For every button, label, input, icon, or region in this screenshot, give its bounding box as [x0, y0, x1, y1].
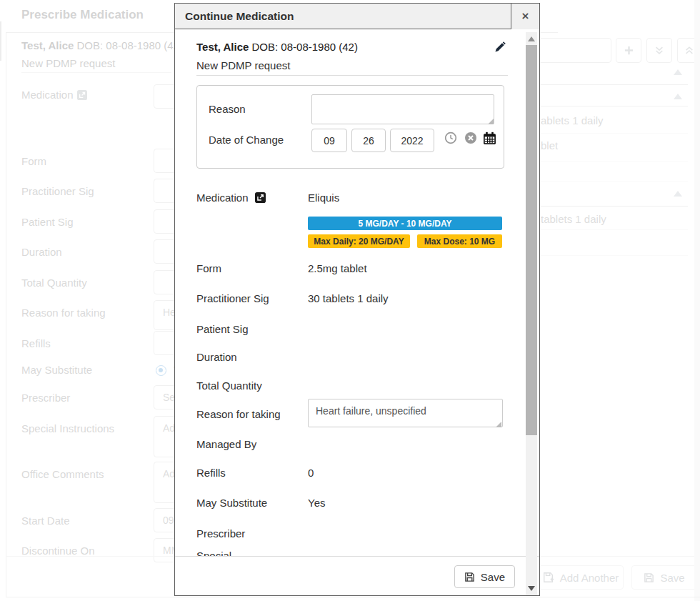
change-reason-box: Reason Date of Change: [196, 85, 504, 169]
edit-pencil-icon[interactable]: [494, 41, 506, 54]
patient-name: Test, Alice: [196, 41, 249, 53]
row-label-managed-by: Managed By: [196, 438, 256, 450]
row-label-total-quantity: Total Quantity: [196, 379, 262, 392]
row-value-form: 2.5mg tablet: [308, 262, 367, 274]
scroll-down-arrow[interactable]: [528, 586, 535, 591]
medication-value: Eliquis: [308, 192, 339, 204]
modal-footer: Save: [175, 556, 539, 595]
external-link-icon[interactable]: [255, 192, 266, 203]
modal-save-label: Save: [481, 571, 505, 583]
modal-save-button[interactable]: Save: [454, 565, 515, 588]
row-value-practitioner-sig: 30 tablets 1 daily: [308, 292, 389, 304]
date-year-input[interactable]: [390, 129, 434, 152]
row-label-refills: Refills: [196, 467, 226, 479]
scroll-up-arrow[interactable]: [528, 36, 535, 41]
row-value-may-substitute: Yes: [308, 497, 325, 509]
max-dose-badge: Max Dose: 10 MG: [417, 234, 502, 248]
date-of-change-label: Date of Change: [209, 134, 284, 146]
close-button[interactable]: ×: [511, 4, 539, 29]
modal-title: Continue Medication: [175, 10, 511, 23]
scrollbar-thumb[interactable]: [526, 45, 537, 435]
reason-label: Reason: [209, 103, 246, 115]
row-label-prescriber: Prescriber: [196, 527, 245, 540]
clear-date-icon[interactable]: [464, 131, 477, 144]
clock-icon[interactable]: [444, 131, 457, 144]
row-value-refills: 0: [308, 467, 314, 479]
modal-scrollbar-track[interactable]: [526, 32, 537, 595]
modal-header: Continue Medication ×: [175, 4, 539, 29]
continue-medication-modal: Continue Medication × Test, Alice DOB: 0…: [174, 3, 540, 596]
row-label-patient-sig: Patient Sig: [196, 323, 249, 335]
reason-textarea[interactable]: [311, 94, 494, 124]
date-month-input[interactable]: [311, 129, 347, 152]
row-label-may-substitute: May Substitute: [196, 497, 267, 509]
calendar-icon[interactable]: [483, 131, 496, 144]
pdmp-request-link[interactable]: New PDMP request: [196, 59, 290, 71]
row-label-form: Form: [196, 262, 221, 274]
row-label-reason-for-taking: Reason for taking: [196, 408, 281, 420]
modal-patient-summary: Test, Alice DOB: 08-08-1980 (42): [196, 41, 358, 53]
date-day-input[interactable]: [351, 129, 386, 152]
reason-for-taking-textarea[interactable]: Heart failure, unspecified: [308, 399, 503, 427]
dose-range-badge: 5 MG/DAY - 10 MG/DAY: [308, 217, 502, 230]
max-daily-badge: Max Daily: 20 MG/DAY: [308, 234, 410, 248]
resize-grip-icon[interactable]: [496, 422, 501, 427]
row-label-duration: Duration: [196, 351, 237, 363]
row-label-practitioner-sig: Practitioner Sig: [196, 292, 269, 304]
divider: [196, 75, 508, 76]
patient-dob: DOB: 08-08-1980 (42): [252, 41, 358, 53]
resize-grip-icon[interactable]: [488, 119, 494, 124]
medication-label: Medication: [196, 192, 266, 204]
floppy-icon: [464, 572, 475, 582]
